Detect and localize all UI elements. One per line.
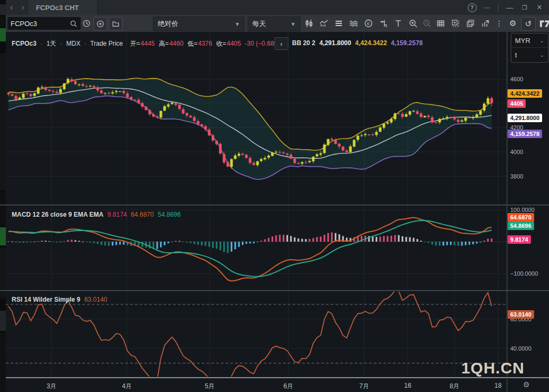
rsi-name: RSI 14 Wilder Simple 9	[12, 296, 80, 303]
macd-legend[interactable]: MACD 12 26 close 9 EMA EMA 9.8174 64.687…	[12, 211, 183, 218]
trading-app-window: ‹ › FCPOc3 CHT ? ⋯ — ❐ × FCPOc3 绝对	[0, 0, 549, 392]
macd-signal-value: 54.8696	[158, 211, 181, 218]
legend-series-type: Trade Price	[90, 40, 123, 47]
main-legend[interactable]: FCPOc3 · 1天 · MDX · Trade Price 开=4445 高…	[12, 39, 284, 48]
bb-legend[interactable]: BB 20 2 4,291.8000 4,424.3422 4,159.2578	[292, 39, 425, 47]
price-badge: 4,424.3422	[508, 89, 542, 98]
macd-line-value: 64.6870	[131, 211, 153, 218]
price-badge: 4,159.2578	[508, 130, 542, 138]
legend-collapse-button[interactable]: ‹	[274, 37, 288, 50]
currency-value: MYR	[515, 37, 530, 45]
legend-symbol: FCPOc3	[12, 40, 37, 47]
open-value: 4445	[141, 40, 155, 47]
bb-lower: 4,159.2578	[391, 39, 423, 47]
rsi-value: 63.0140	[84, 296, 107, 303]
chevron-down-icon: ⌄	[540, 38, 544, 44]
chevron-down-icon: ⌄	[540, 52, 544, 58]
watermark: 1QH.CN	[461, 359, 525, 377]
macd-hist-value: 9.8174	[107, 211, 127, 218]
legend-interval: 1天	[46, 40, 56, 47]
close-value: 4405	[227, 40, 241, 47]
bb-basis: 4,291.8000	[319, 39, 351, 47]
low-value: 4376	[198, 40, 212, 47]
axis-settings-gear-icon[interactable]: ⚙	[523, 380, 530, 389]
macd-name: MACD 12 26 close 9 EMA EMA	[12, 211, 104, 218]
chart-canvas[interactable]	[0, 0, 549, 392]
unit-dropdown[interactable]: t ⌄	[511, 47, 548, 62]
high-value: 4460	[169, 40, 184, 47]
price-badge: 54.8696	[508, 221, 534, 230]
price-badge: 4405	[508, 99, 526, 108]
price-badge: 63.0140	[508, 310, 534, 319]
price-badge: 9.8174	[508, 235, 531, 244]
legend-exchange: MDX	[66, 40, 81, 47]
currency-dropdown[interactable]: MYR ⌄	[511, 33, 548, 47]
price-badge: 4,291.8000	[508, 114, 542, 122]
bb-name: BB 20 2	[292, 39, 315, 47]
bb-upper: 4,424.3422	[355, 39, 387, 47]
scale-currency-panel: MYR ⌄ t ⌄	[511, 33, 548, 63]
price-badge: 64.6870	[508, 213, 534, 221]
rsi-legend[interactable]: RSI 14 Wilder Simple 9 63.0140	[12, 296, 109, 303]
unit-value: t	[515, 51, 517, 59]
